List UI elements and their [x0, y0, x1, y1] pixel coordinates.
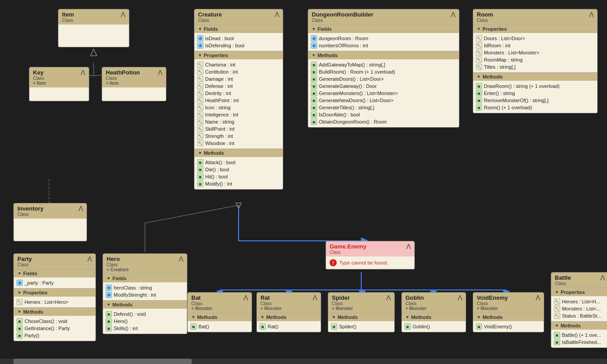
spider-methods-body: ▣ Spider() — [328, 321, 394, 332]
spider-methods-section[interactable]: Methods — [328, 313, 394, 321]
battle-title: Battle — [555, 274, 571, 281]
goblin-card[interactable]: Goblin Class + Monster ⋀ Methods ▣ Gobli… — [401, 292, 466, 332]
hero-field-1: 🔷 heroClass : string — [106, 284, 184, 291]
goblin-methods-section[interactable]: Methods — [402, 313, 466, 321]
heathpotion-header: HeathPotion Class + Item ⋀ — [102, 67, 166, 87]
creature-fields-section[interactable]: Fields — [194, 25, 283, 33]
dungeon-header: DungeonRoomBuilder Class ⋀ — [308, 9, 459, 25]
bat-method-1: ▣ Bat() — [190, 323, 249, 330]
room-card[interactable]: Room Class ⋀ Properties 🔧 Doors : List<D… — [473, 9, 598, 113]
dungeon-method-4: ▣ GenerateGateway() : Door — [311, 83, 456, 90]
room-expand-icon[interactable]: ⋀ — [589, 11, 594, 17]
creature-props-section[interactable]: Properties — [194, 51, 283, 59]
room-wrench-2: 🔧 — [476, 42, 482, 49]
battle-wrench-3: 🔧 — [554, 313, 560, 319]
room-methods-section[interactable]: Methods — [473, 72, 597, 81]
creature-prop-dextrity: 🔧 Dextrity : int — [197, 90, 280, 97]
inventory-stereotype: Class — [17, 212, 44, 217]
party-stereotype: Class — [17, 262, 32, 267]
creature-prop-damage: 🔧 Damage : int — [197, 75, 280, 83]
wrench-icon-11: 🔧 — [197, 133, 203, 139]
spider-header: Spider Class + Monster ⋀ — [328, 293, 394, 313]
wrench-icon-1: 🔧 — [197, 62, 203, 68]
svg-marker-3 — [91, 49, 97, 56]
error-row: ! Type cannot be found. — [330, 259, 411, 266]
party-method-1: ▣ ChoseClass() : void — [17, 318, 93, 325]
voidenemy-methods-section[interactable]: Methods — [473, 313, 544, 321]
rat-methods-section[interactable]: Methods — [257, 313, 321, 321]
dungeon-methods-section[interactable]: Methods — [308, 51, 459, 59]
key-expand-icon[interactable]: ⋀ — [81, 69, 85, 75]
voidenemy-methods-body: ▣ VoidEnemy() — [473, 321, 544, 332]
scrollbar-thumb[interactable] — [13, 359, 192, 364]
dungeon-fields-section[interactable]: Fields — [308, 25, 459, 33]
item-card[interactable]: Item Class ⋀ — [58, 9, 129, 47]
inventory-expand-icon[interactable]: ⋀ — [78, 205, 83, 211]
dungeon-method-8: ▣ IsDoorAble() : bool — [311, 111, 456, 118]
room-method-icon-2: ▣ — [476, 90, 482, 96]
dungeonroombuilder-card[interactable]: DungeonRoomBuilder Class ⋀ Fields 🔷 dung… — [308, 9, 459, 128]
hero-method-1: ▣ Defend() : void — [106, 310, 184, 318]
d-method-icon-2: ▣ — [311, 69, 317, 75]
creature-field-2: 🔷 isDefending : bool — [197, 42, 280, 49]
heathpotion-expand-icon[interactable]: ⋀ — [158, 69, 162, 75]
key-card[interactable]: Key Class + Item ⋀ — [29, 67, 89, 101]
dungeon-expand-icon[interactable]: ⋀ — [451, 11, 455, 17]
rat-card[interactable]: Rat Class + Monster ⋀ Methods ▣ Rat() — [256, 292, 321, 332]
party-methods-section[interactable]: Methods — [14, 307, 95, 316]
room-method-4: ▣ Room() (+ 1 overload) — [476, 104, 595, 111]
room-method-2: ▣ Enter() : string — [476, 90, 595, 97]
voidenemy-header: VoidEnemy Class + Monster ⋀ — [473, 293, 544, 313]
creature-methods-section[interactable]: Methods — [194, 149, 283, 157]
creature-card[interactable]: Creature Class ⋀ Fields 🔷 isDead : bool … — [194, 9, 283, 190]
bat-parent: + Monster — [191, 306, 213, 311]
creature-method-1: ▣ Attack() : bool — [197, 159, 280, 166]
creature-expand-icon[interactable]: ⋀ — [275, 11, 279, 17]
inventory-card[interactable]: Inventory Class ⋀ — [13, 203, 87, 241]
battle-header: Battle Class ⋀ — [551, 273, 607, 288]
hero-fields-section[interactable]: Fields — [103, 274, 187, 282]
dungeon-field-icon-1: 🔷 — [311, 35, 317, 41]
party-props-section[interactable]: Properties — [14, 288, 95, 297]
creature-header: Creature Class ⋀ — [194, 9, 283, 25]
bat-expand-icon[interactable]: ⋀ — [244, 294, 248, 301]
voidenemy-parent: + Monster — [477, 306, 508, 311]
battle-method-1: ▣ Battle() (+ 1 ove... — [554, 331, 606, 339]
party-card[interactable]: Party Class ⋀ Fields 🔷 _party : Party Pr… — [13, 253, 96, 341]
party-expand-icon[interactable]: ⋀ — [87, 256, 92, 262]
game-enemy-card[interactable]: Game.Enemy Class ⋀ ! Type cannot be foun… — [326, 241, 415, 269]
dungeon-field-2: 🔷 numbersOfRooms : int — [311, 42, 456, 49]
room-prop-2: 🔧 IdRoom : int — [476, 42, 595, 49]
d-method-icon-5: ▣ — [311, 90, 317, 96]
goblin-expand-icon[interactable]: ⋀ — [458, 294, 462, 301]
room-props-section[interactable]: Properties — [473, 25, 597, 33]
battle-props-section[interactable]: Properties — [551, 288, 607, 296]
heathpotion-card[interactable]: HeathPotion Class + Item ⋀ — [102, 67, 166, 101]
battle-expand-icon[interactable]: ⋀ — [600, 274, 605, 281]
key-title: Key — [33, 69, 46, 76]
hero-expand-icon[interactable]: ⋀ — [179, 256, 183, 262]
spider-expand-icon[interactable]: ⋀ — [386, 294, 391, 301]
room-wrench-4: 🔧 — [476, 57, 482, 63]
battle-stereotype: Class — [555, 281, 571, 286]
hero-card[interactable]: Hero Class + Creature ⋀ Fields 🔷 heroCla… — [103, 253, 187, 334]
item-expand-icon[interactable]: ⋀ — [121, 11, 125, 17]
party-header: Party Class ⋀ — [14, 254, 95, 269]
bat-methods-section[interactable]: Methods — [188, 313, 252, 321]
bat-method-icon-1: ▣ — [190, 323, 197, 330]
horizontal-scrollbar[interactable] — [0, 359, 607, 364]
room-stereotype: Class — [477, 18, 493, 23]
hero-methods-section[interactable]: Methods — [103, 300, 187, 309]
voidenemy-card[interactable]: VoidEnemy Class + Monster ⋀ Methods ▣ Vo… — [473, 292, 544, 332]
room-method-3: ▣ RemoveMonsterOf() : string[,] — [476, 97, 595, 104]
bat-card[interactable]: Bat Class + Monster ⋀ Methods ▣ Bat() — [187, 292, 252, 332]
game-enemy-expand-icon[interactable]: ⋀ — [406, 243, 411, 249]
battle-card[interactable]: Battle Class ⋀ Properties 🔧 Heroes : Lis… — [551, 272, 607, 348]
goblin-methods-body: ▣ Goblin() — [402, 321, 466, 332]
spider-card[interactable]: Spider Class + Monster ⋀ Methods ▣ Spide… — [328, 292, 395, 332]
voidenemy-expand-icon[interactable]: ⋀ — [536, 294, 540, 301]
battle-methods-section[interactable]: Methods — [551, 321, 607, 330]
party-fields-section[interactable]: Fields — [14, 269, 95, 277]
rat-methods-body: ▣ Rat() — [257, 321, 321, 332]
rat-expand-icon[interactable]: ⋀ — [313, 294, 317, 301]
